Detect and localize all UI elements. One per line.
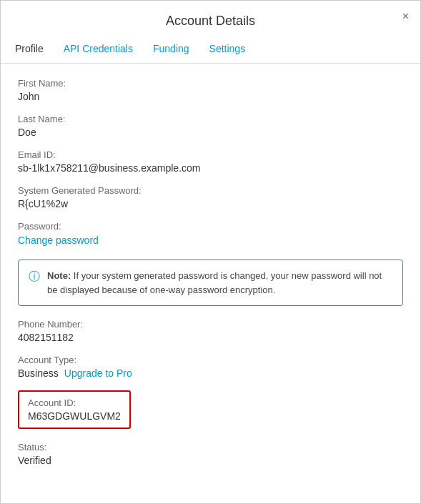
first-name-label: First Name: xyxy=(18,78,403,89)
tab-api-credentials[interactable]: API Credentials xyxy=(54,36,143,64)
last-name-label: Last Name: xyxy=(18,114,403,124)
account-id-value: M63GDGWULGVM2 xyxy=(28,410,121,422)
profile-content: First Name: John Last Name: Doe Email ID… xyxy=(1,64,420,503)
phone-group: Phone Number: 4082151182 xyxy=(18,319,403,343)
phone-value: 4082151182 xyxy=(18,332,403,343)
account-id-box: Account ID: M63GDGWULGVM2 xyxy=(18,390,131,429)
last-name-value: Doe xyxy=(18,127,403,138)
note-text: Note: If your system generated password … xyxy=(47,269,392,297)
change-password-link[interactable]: Change password xyxy=(18,234,99,246)
email-label: Email ID: xyxy=(18,149,403,160)
modal: Account Details × Profile API Credential… xyxy=(0,0,421,504)
account-type-value: Business xyxy=(18,367,59,379)
note-bold: Note: xyxy=(47,270,71,281)
status-group: Status: Verified xyxy=(18,442,403,466)
email-value: sb-1lk1x758211@business.example.com xyxy=(18,162,403,174)
close-button[interactable]: × xyxy=(402,11,409,22)
info-icon: ⓘ xyxy=(29,270,40,285)
email-group: Email ID: sb-1lk1x758211@business.exampl… xyxy=(18,149,403,174)
account-id-label: Account ID: xyxy=(28,397,121,408)
tab-funding[interactable]: Funding xyxy=(143,36,199,64)
first-name-value: John xyxy=(18,91,403,102)
password-group: Password: Change password xyxy=(18,221,403,247)
system-password-group: System Generated Password: R{cU1%2w xyxy=(18,185,403,209)
account-type-label: Account Type: xyxy=(18,355,403,365)
modal-title: Account Details xyxy=(166,14,255,28)
last-name-group: Last Name: Doe xyxy=(18,114,403,138)
system-password-value: R{cU1%2w xyxy=(18,198,403,209)
account-id-group: Account ID: M63GDGWULGVM2 xyxy=(18,390,403,430)
system-password-label: System Generated Password: xyxy=(18,185,403,196)
modal-header: Account Details × xyxy=(1,1,420,36)
password-label: Password: xyxy=(18,221,403,232)
note-box: ⓘ Note: If your system generated passwor… xyxy=(18,260,403,306)
tab-profile[interactable]: Profile xyxy=(15,36,54,64)
tab-bar: Profile API Credentials Funding Settings xyxy=(1,36,420,64)
status-label: Status: xyxy=(18,442,403,453)
first-name-group: First Name: John xyxy=(18,78,403,102)
account-type-row: Business Upgrade to Pro xyxy=(18,367,403,379)
tab-settings[interactable]: Settings xyxy=(199,36,256,64)
status-value: Verified xyxy=(18,455,403,466)
upgrade-link[interactable]: Upgrade to Pro xyxy=(64,367,132,379)
note-body: If your system generated password is cha… xyxy=(47,270,382,295)
phone-label: Phone Number: xyxy=(18,319,403,330)
account-type-group: Account Type: Business Upgrade to Pro xyxy=(18,355,403,379)
